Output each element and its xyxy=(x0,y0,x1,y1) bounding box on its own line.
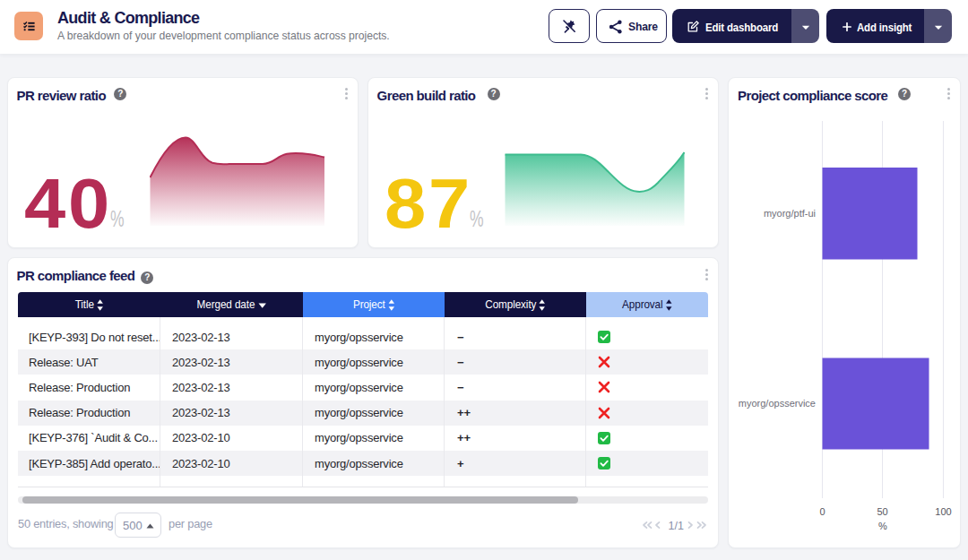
svg-text:100: 100 xyxy=(935,506,951,517)
svg-text:1/1: 1/1 xyxy=(669,520,684,532)
svg-text:myorg/opsservice: myorg/opsservice xyxy=(739,398,816,409)
svg-text:%: % xyxy=(878,521,887,531)
svg-text:50: 50 xyxy=(877,506,887,517)
svg-text:myorg/ptf-ui: myorg/ptf-ui xyxy=(764,208,816,219)
svg-text:0: 0 xyxy=(819,506,825,517)
